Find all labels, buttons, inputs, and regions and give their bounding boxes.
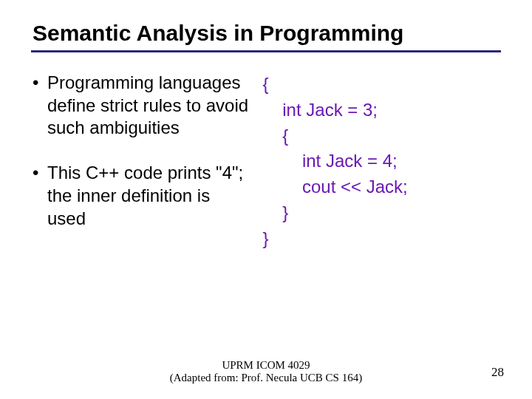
right-column: { int Jack = 3; { int Jack = 4; cout << … (260, 72, 501, 252)
code-line: { (263, 74, 269, 94)
bullet-item: Programming languages define strict rule… (31, 72, 251, 140)
slide-body: Programming languages define strict rule… (31, 72, 501, 252)
code-line: cout << Jack; (263, 177, 408, 197)
code-line: int Jack = 4; (263, 151, 398, 171)
bullet-list: Programming languages define strict rule… (31, 72, 251, 230)
footer-line-1: UPRM ICOM 4029 (0, 359, 532, 372)
code-line: { (263, 126, 289, 146)
title-underline (31, 50, 501, 52)
page-number: 28 (491, 365, 504, 380)
slide: Semantic Analysis in Programming Program… (0, 0, 532, 399)
code-block: { int Jack = 3; { int Jack = 4; cout << … (263, 72, 501, 252)
code-line: int Jack = 3; (263, 100, 378, 120)
code-line: } (263, 228, 269, 248)
code-line: } (263, 202, 289, 222)
left-column: Programming languages define strict rule… (31, 72, 260, 252)
slide-footer: UPRM ICOM 4029 (Adapted from: Prof. Necu… (0, 359, 532, 384)
slide-title: Semantic Analysis in Programming (33, 21, 499, 46)
footer-line-2: (Adapted from: Prof. Necula UCB CS 164) (0, 372, 532, 384)
bullet-item: This C++ code prints "4"; the inner defi… (31, 162, 251, 230)
